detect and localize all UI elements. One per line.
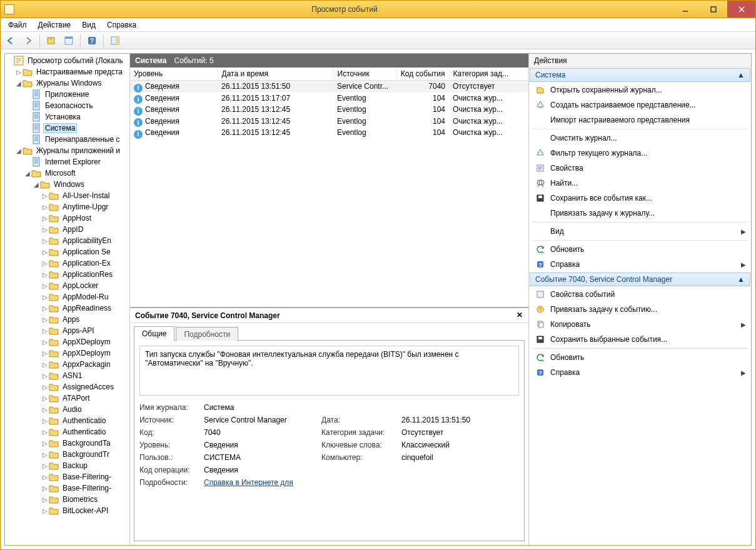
tree-sub-28[interactable]: ▷ BitLocker-API bbox=[5, 505, 129, 516]
action-item[interactable]: Свойства bbox=[529, 161, 751, 176]
tree-sub-25[interactable]: ▷ Base-Filtering- bbox=[5, 471, 129, 482]
tree-toggle[interactable]: ▷ bbox=[41, 305, 49, 312]
tree-toggle[interactable]: ▷ bbox=[41, 508, 49, 514]
tab-details[interactable]: Подробности bbox=[176, 327, 238, 341]
menu-view[interactable]: Вид bbox=[77, 19, 101, 31]
tree-sub-13[interactable]: ▷ AppXDeploym bbox=[5, 336, 129, 348]
tree-toggle[interactable]: ▷ bbox=[41, 440, 49, 447]
event-list[interactable]: Уровень Дата и время Источник Код событи… bbox=[130, 68, 528, 308]
tree-log-system[interactable]: Система bbox=[5, 122, 129, 134]
minimize-button[interactable] bbox=[671, 1, 699, 18]
tree-windows[interactable]: ◢ Windows bbox=[5, 179, 129, 190]
tree-toggle[interactable]: ▷ bbox=[41, 485, 49, 492]
tree-ie[interactable]: Internet Explorer bbox=[5, 156, 129, 168]
tree-sub-12[interactable]: ▷ Apps-API bbox=[5, 325, 129, 336]
show-hide-tree-button[interactable] bbox=[44, 33, 59, 48]
col-level[interactable]: Уровень bbox=[130, 68, 218, 81]
menu-action[interactable]: Действие bbox=[33, 19, 76, 31]
event-row[interactable]: iСведения 26.11.2015 13:12:45 Eventlog 1… bbox=[130, 127, 528, 139]
tree-sub-20[interactable]: ▷ Authenticatio bbox=[5, 415, 129, 426]
tree-toggle[interactable]: ◢ bbox=[24, 170, 31, 177]
tree-sub-0[interactable]: ▷ All-User-Instal bbox=[5, 190, 129, 201]
action-item[interactable]: Найти... bbox=[529, 176, 751, 191]
tree-sub-14[interactable]: ▷ AppXDeploym bbox=[5, 348, 129, 359]
action-item[interactable]: Сохранить выбранные события... bbox=[529, 332, 751, 347]
tree-toggle[interactable]: ▷ bbox=[41, 249, 49, 256]
tree-sub-17[interactable]: ▷ AssignedAcces bbox=[5, 381, 129, 392]
tree-sub-26[interactable]: ▷ Base-Filtering- bbox=[5, 482, 129, 494]
menu-help[interactable]: Справка bbox=[102, 19, 141, 31]
actions-section-event[interactable]: Событие 7040, Service Control Manager ▲ bbox=[530, 272, 750, 286]
action-item[interactable]: Очистить журнал... bbox=[529, 131, 751, 146]
properties-button[interactable] bbox=[61, 33, 76, 48]
tree-toggle[interactable]: ▷ bbox=[41, 294, 49, 301]
action-item[interactable]: Импорт настраиваемого представления bbox=[529, 112, 751, 128]
tree-root[interactable]: Просмотр событий (Локаль bbox=[5, 55, 129, 66]
tree-sub-15[interactable]: ▷ AppxPackagin bbox=[5, 359, 129, 370]
tree-log-forwarded[interactable]: Перенаправленные с bbox=[5, 134, 129, 145]
action-item[interactable]: ? Справка ▶ bbox=[529, 365, 751, 380]
col-source[interactable]: Источник bbox=[333, 68, 396, 81]
tree-toggle[interactable]: ▷ bbox=[41, 215, 49, 222]
forward-button[interactable] bbox=[21, 33, 36, 48]
tree-sub-8[interactable]: ▷ AppLocker bbox=[5, 280, 129, 291]
help-button[interactable]: ? bbox=[84, 33, 99, 48]
tree-sub-6[interactable]: ▷ Application-Ex bbox=[5, 258, 129, 269]
tree-toggle[interactable]: ▷ bbox=[41, 395, 49, 402]
tree-sub-2[interactable]: ▷ AppHost bbox=[5, 212, 129, 224]
col-category[interactable]: Категория зад... bbox=[449, 68, 528, 81]
event-row[interactable]: iСведения 26.11.2015 13:12:45 Eventlog 1… bbox=[130, 104, 528, 116]
action-item[interactable]: Копировать ▶ bbox=[529, 317, 751, 332]
tree-toggle[interactable]: ▷ bbox=[41, 462, 49, 469]
col-eventid[interactable]: Код события bbox=[396, 68, 449, 81]
help-link[interactable]: Справка в Интернете для bbox=[204, 478, 293, 487]
event-row[interactable]: iСведения 26.11.2015 13:17:07 Eventlog 1… bbox=[130, 92, 528, 104]
tree-toggle[interactable]: ▷ bbox=[41, 474, 49, 481]
tree-toggle[interactable]: ▷ bbox=[41, 238, 49, 244]
tree-toggle[interactable]: ◢ bbox=[33, 181, 40, 188]
menu-file[interactable]: Файл bbox=[3, 19, 32, 31]
tree-toggle[interactable]: ▷ bbox=[41, 226, 49, 233]
tree-log-setup[interactable]: Установка bbox=[5, 111, 129, 122]
tree-toggle[interactable]: ▷ bbox=[41, 372, 49, 379]
tree-sub-24[interactable]: ▷ Backup bbox=[5, 460, 129, 471]
tree-sub-11[interactable]: ▷ Apps bbox=[5, 314, 129, 325]
tree-microsoft[interactable]: ◢ Microsoft bbox=[5, 168, 129, 179]
tree-toggle[interactable]: ▷ bbox=[41, 451, 49, 458]
tree-custom-views[interactable]: ▷ Настраиваемые предста bbox=[5, 66, 129, 78]
actions-section-system[interactable]: Система ▲ bbox=[530, 68, 750, 82]
close-button[interactable] bbox=[727, 1, 755, 18]
action-item[interactable]: Обновить bbox=[529, 350, 751, 365]
tree-toggle[interactable]: ▷ bbox=[41, 384, 49, 391]
tree-sub-21[interactable]: ▷ Authenticatio bbox=[5, 426, 129, 438]
action-item[interactable]: Привязать задачу к событию... bbox=[529, 302, 751, 317]
tree-windows-logs[interactable]: ◢ Журналы Windows bbox=[5, 78, 129, 89]
tree-log-security[interactable]: Безопасность bbox=[5, 100, 129, 111]
tree-sub-7[interactable]: ▷ ApplicationRes bbox=[5, 269, 129, 280]
action-item[interactable]: Свойства событий bbox=[529, 287, 751, 302]
tree-toggle[interactable]: ◢ bbox=[15, 80, 23, 87]
tree-toggle[interactable]: ▷ bbox=[41, 406, 49, 413]
tree-body[interactable]: Просмотр событий (Локаль ▷ Настраиваемые… bbox=[5, 54, 129, 545]
action-item[interactable]: Обновить bbox=[529, 242, 751, 257]
action-pane-button[interactable] bbox=[108, 33, 123, 48]
action-item[interactable]: Привязать задачу к журналу... bbox=[529, 206, 751, 221]
tree-toggle[interactable]: ▷ bbox=[41, 429, 49, 436]
action-item[interactable]: Фильтр текущего журнала... bbox=[529, 146, 751, 161]
tree-toggle[interactable]: ▷ bbox=[41, 350, 49, 357]
event-row[interactable]: iСведения 26.11.2015 13:51:50 Service Co… bbox=[130, 81, 528, 92]
tree-toggle[interactable]: ▷ bbox=[41, 204, 49, 211]
tree-toggle[interactable]: ▷ bbox=[41, 418, 49, 424]
tree-sub-22[interactable]: ▷ BackgroundTa bbox=[5, 438, 129, 449]
tree-toggle[interactable]: ▷ bbox=[41, 361, 49, 368]
maximize-button[interactable] bbox=[699, 1, 727, 18]
tree-sub-5[interactable]: ▷ Application Se bbox=[5, 246, 129, 258]
action-item[interactable]: Открыть сохраненный журнал... bbox=[529, 82, 751, 98]
tree-sub-18[interactable]: ▷ ATAPort bbox=[5, 392, 129, 404]
col-datetime[interactable]: Дата и время bbox=[218, 68, 333, 81]
tree-sub-27[interactable]: ▷ Biometrics bbox=[5, 494, 129, 505]
tree-sub-4[interactable]: ▷ ApplicabilityEn bbox=[5, 235, 129, 246]
tree-toggle[interactable]: ▷ bbox=[15, 69, 23, 76]
tree-sub-3[interactable]: ▷ AppID bbox=[5, 224, 129, 235]
tree-toggle[interactable]: ▷ bbox=[41, 260, 49, 267]
